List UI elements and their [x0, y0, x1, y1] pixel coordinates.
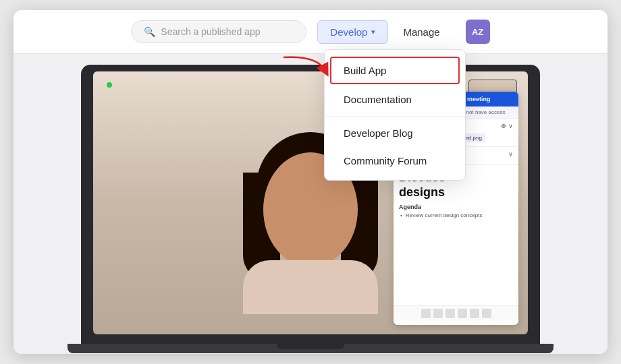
panel-tool-2 [433, 309, 443, 318]
panel-tool-1 [421, 309, 431, 318]
search-placeholder: Search a published app [161, 26, 260, 37]
dropdown-item-community-forum[interactable]: Community Forum [325, 147, 465, 175]
shirt [243, 260, 378, 314]
nav-buttons: Develop ▾ Manage [317, 20, 449, 44]
search-bar[interactable]: 🔍 Search a published app [131, 20, 306, 43]
main-container: 🔍 Search a published app Develop ▾ Manag… [14, 10, 608, 354]
develop-label: Develop [330, 26, 367, 38]
avatar[interactable]: AZ [466, 20, 490, 44]
green-dot [107, 82, 112, 88]
panel-tool-5 [470, 309, 479, 318]
laptop-body: Make it a Zoom meeting 1 person on this … [81, 65, 540, 348]
panel-tool-3 [446, 309, 455, 318]
panel-agenda-item: Review current design concepts [399, 212, 513, 218]
manage-button[interactable]: Manage [394, 21, 449, 43]
header: 🔍 Search a published app Develop ▾ Manag… [14, 10, 608, 54]
dropdown-menu: Build App Documentation Developer Blog C… [324, 49, 466, 181]
chevron-down-icon: ▾ [371, 28, 375, 36]
dropdown-item-build-app[interactable]: Build App [330, 57, 460, 84]
panel-tool-4 [458, 309, 467, 318]
dropdown-item-documentation[interactable]: Documentation [325, 86, 465, 113]
dropdown-wrapper: Build App Documentation Developer Blog C… [324, 49, 466, 181]
panel-toolbar [394, 305, 518, 321]
laptop-container: Make it a Zoom meeting 1 person on this … [81, 58, 540, 348]
panel-tool-6 [482, 309, 491, 318]
develop-button[interactable]: Develop ▾ [317, 20, 388, 44]
panel-agenda-title: Agenda [399, 204, 513, 210]
dropdown-divider [325, 116, 465, 117]
laptop-base [68, 344, 554, 353]
search-icon: 🔍 [144, 26, 155, 37]
laptop-base-notch [277, 344, 344, 349]
laptop-area: Make it a Zoom meeting 1 person on this … [14, 52, 608, 354]
dropdown-item-developer-blog[interactable]: Developer Blog [325, 119, 465, 147]
manage-label: Manage [403, 26, 439, 38]
